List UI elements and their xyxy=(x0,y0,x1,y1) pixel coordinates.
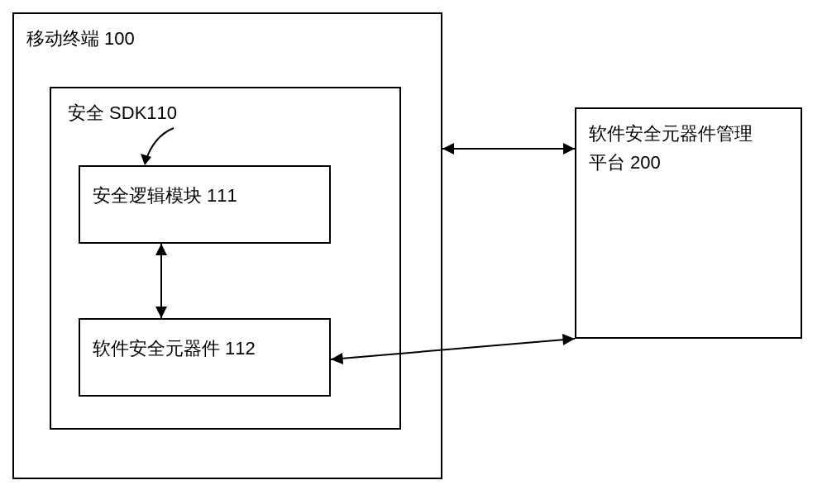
software-security-component-box: 软件安全元器件 112 xyxy=(79,318,331,397)
security-sdk-label: 安全 SDK110 xyxy=(68,101,177,126)
security-logic-module-box: 安全逻辑模块 111 xyxy=(79,165,331,244)
management-platform-label-line1: 软件安全元器件管理 xyxy=(589,121,753,146)
arrow-terminal-platform-head-right xyxy=(563,143,575,155)
arrow-terminal-platform-head-left xyxy=(442,143,454,155)
software-security-component-label: 软件安全元器件 112 xyxy=(93,336,256,361)
mobile-terminal-label: 移动终端 100 xyxy=(26,26,135,51)
security-logic-module-label: 安全逻辑模块 111 xyxy=(93,183,237,208)
arrow-component-platform-head-right xyxy=(562,334,575,345)
management-platform-label-line2: 平台 200 xyxy=(589,150,661,175)
management-platform-box: 软件安全元器件管理 平台 200 xyxy=(575,107,802,339)
